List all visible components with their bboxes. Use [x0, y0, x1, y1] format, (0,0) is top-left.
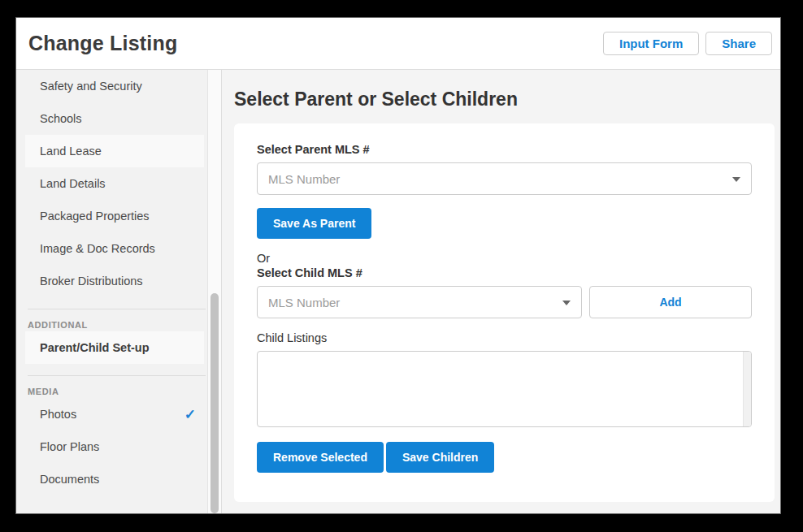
chevron-down-icon — [732, 177, 740, 182]
sidebar-section-media: MEDIA — [28, 387, 221, 396]
sidebar-item-safety-and-security[interactable]: Safety and Security — [25, 70, 204, 102]
sidebar-item-label: Land Details — [40, 177, 106, 190]
sidebar-item-label: Parent/Child Set-up — [40, 341, 150, 354]
section-heading: Select Parent or Select Children — [234, 89, 775, 110]
sidebar-item-broker-distributions[interactable]: Broker Distributions — [25, 265, 204, 297]
sidebar-item-label: Floor Plans — [40, 440, 99, 453]
child-mls-select[interactable]: MLS Number — [257, 286, 582, 318]
child-listings-listbox[interactable] — [257, 351, 752, 427]
sidebar-item-image-doc-records[interactable]: Image & Doc Records — [25, 232, 204, 265]
sidebar-item-floor-plans[interactable]: Floor Plans — [25, 430, 204, 463]
child-mls-placeholder: MLS Number — [268, 296, 340, 309]
page-body: Safety and Security Schools Land Lease L… — [16, 70, 780, 513]
listbox-scrollbar-track[interactable] — [743, 352, 751, 426]
page-title: Change Listing — [28, 32, 177, 55]
main-content: Select Parent or Select Children Select … — [222, 70, 780, 513]
sidebar-scrollbar-thumb[interactable] — [211, 293, 219, 513]
sidebar-item-documents[interactable]: Documents — [25, 463, 204, 495]
child-mls-label: Select Child MLS # — [257, 266, 752, 279]
add-child-button[interactable]: Add — [589, 286, 752, 318]
sidebar-section-additional: ADDITIONAL — [28, 320, 221, 330]
remove-selected-button[interactable]: Remove Selected — [257, 442, 384, 473]
input-form-button[interactable]: Input Form — [603, 32, 699, 55]
app-window: Change Listing Input Form Share Safety a… — [16, 18, 780, 513]
chevron-down-icon — [562, 301, 571, 305]
parent-mls-label: Select Parent MLS # — [257, 143, 752, 156]
sidebar-scrollbar-track[interactable] — [207, 70, 221, 513]
parent-mls-placeholder: MLS Number — [268, 172, 340, 186]
sidebar-item-label: Packaged Properties — [40, 210, 150, 223]
sidebar: Safety and Security Schools Land Lease L… — [16, 70, 222, 513]
sidebar-item-label: Schools — [40, 112, 82, 125]
sidebar-item-label: Photos — [40, 408, 76, 421]
child-listings-label: Child Listings — [257, 331, 752, 344]
photos-complete-check-icon: ✓ — [184, 408, 196, 422]
save-children-button[interactable]: Save Children — [386, 442, 494, 473]
parent-child-card: Select Parent MLS # MLS Number Save As P… — [234, 123, 775, 502]
sidebar-item-label: Image & Doc Records — [40, 242, 155, 255]
share-button[interactable]: Share — [705, 32, 772, 55]
header-actions: Input Form Share — [603, 32, 772, 55]
sidebar-item-parent-child-setup[interactable]: Parent/Child Set-up — [25, 331, 204, 364]
or-label: Or — [257, 252, 752, 265]
parent-mls-select[interactable]: MLS Number — [257, 162, 752, 195]
sidebar-item-photos[interactable]: Photos ✓ — [25, 398, 204, 430]
sidebar-item-packaged-properties[interactable]: Packaged Properties — [25, 200, 204, 232]
sidebar-item-label: Documents — [40, 473, 99, 486]
page-header: Change Listing Input Form Share — [16, 18, 780, 70]
sidebar-item-label: Land Lease — [40, 145, 102, 158]
sidebar-item-label: Safety and Security — [40, 80, 142, 93]
sidebar-item-land-lease[interactable]: Land Lease — [25, 135, 204, 167]
sidebar-divider — [28, 309, 206, 309]
sidebar-item-label: Broker Distributions — [40, 275, 143, 288]
save-as-parent-button[interactable]: Save As Parent — [257, 208, 371, 239]
sidebar-item-land-details[interactable]: Land Details — [25, 167, 204, 200]
sidebar-divider — [28, 375, 206, 376]
sidebar-item-schools[interactable]: Schools — [25, 102, 204, 135]
